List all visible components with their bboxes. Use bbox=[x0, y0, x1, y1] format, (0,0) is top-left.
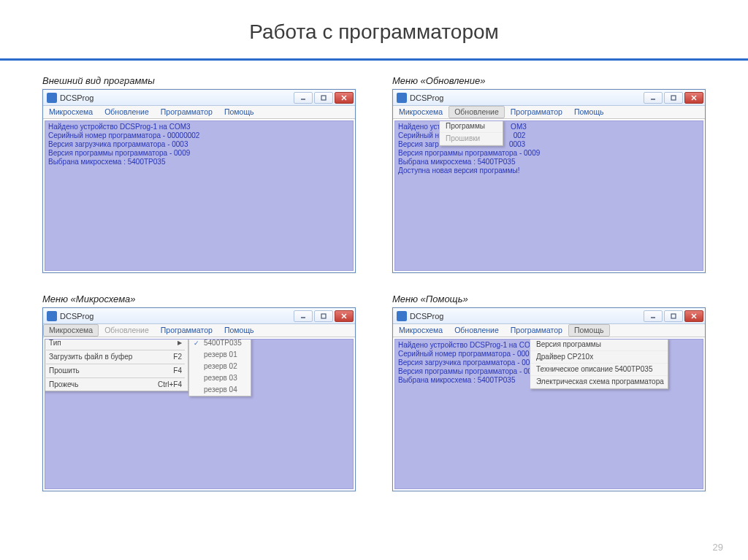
menu-microchip[interactable]: Микросхема bbox=[393, 324, 449, 337]
menu-update[interactable]: Обновление bbox=[99, 324, 155, 337]
submenu-label: резерв 03 bbox=[204, 374, 237, 383]
log-line-suffix: 002 bbox=[514, 131, 526, 140]
caption-appearance: Внешний вид программы bbox=[42, 75, 356, 86]
dropdown-label: Прошить bbox=[49, 367, 80, 375]
window-update: DCSProg Микросхема Обновление Программат… bbox=[392, 89, 706, 273]
dropdown-item-burn[interactable]: Прожечь Ctrl+F4 bbox=[45, 379, 188, 391]
maximize-button[interactable] bbox=[314, 92, 333, 104]
log-line: Выбрана микросхема : 5400ТР035 bbox=[48, 158, 350, 166]
menubar: Микросхема Обновление Программатор Помощ… bbox=[43, 106, 355, 119]
app-icon bbox=[47, 311, 57, 321]
window-help: DCSProg Микросхема Обновление Программат… bbox=[392, 307, 706, 491]
dropdown-divider bbox=[46, 364, 185, 364]
minimize-button[interactable] bbox=[294, 310, 313, 322]
maximize-button[interactable] bbox=[314, 310, 333, 322]
dropdown-item-driver[interactable]: Драйвер CP210x bbox=[530, 351, 668, 364]
menubar: Микросхема Обновление Программатор Помощ… bbox=[43, 324, 355, 337]
check-icon bbox=[194, 374, 199, 383]
menu-microchip[interactable]: Микросхема bbox=[43, 324, 99, 337]
dropdown-item-schematic[interactable]: Электрическая схема программатора bbox=[530, 376, 668, 388]
submenu-item[interactable]: резерв 02 bbox=[189, 361, 251, 372]
log-area: Найдено устOM3 Серийный но002 Версия заг… bbox=[394, 120, 703, 271]
log-line: Серийный номер программатора - 00000002 bbox=[48, 131, 350, 140]
dropdown-item-version[interactable]: Версия программы bbox=[530, 339, 668, 351]
dropdown-shortcut: Ctrl+F4 bbox=[158, 380, 182, 389]
dropdown-item-techdesc[interactable]: Техническое описание 5400ТР035 bbox=[530, 364, 668, 376]
type-submenu: ✓5400ТР035 резерв 01 резерв 02 резерв 03… bbox=[188, 339, 251, 396]
log-line: Серийный но bbox=[398, 131, 443, 140]
minimize-button[interactable] bbox=[294, 92, 313, 104]
dropdown-item-programs[interactable]: Программы bbox=[440, 120, 503, 133]
log-area: Тип ▶ Загрузить файл в буфер F2 Прошить … bbox=[45, 339, 354, 489]
maximize-button[interactable] bbox=[664, 310, 683, 322]
dropdown-item-firmware[interactable]: Прошивки bbox=[440, 133, 503, 145]
log-line: Версия программы программатора - 0009 bbox=[48, 149, 350, 158]
caption-help: Меню «Помощь» bbox=[392, 294, 706, 304]
caption-update: Меню «Обновление» bbox=[392, 75, 706, 86]
menu-microchip[interactable]: Микросхема bbox=[393, 106, 449, 118]
submenu-label: резерв 04 bbox=[204, 386, 237, 394]
log-line: Найдено устройство DCSProg-1 на COM3 bbox=[48, 123, 350, 131]
log-line: Выбрана микросхема : 5400ТР035 bbox=[398, 158, 700, 166]
menu-update[interactable]: Обновление bbox=[449, 106, 505, 118]
log-line-suffix: OM3 bbox=[511, 123, 527, 131]
submenu-item[interactable]: резерв 03 bbox=[189, 372, 251, 384]
submenu-item[interactable]: ✓5400ТР035 bbox=[189, 339, 251, 349]
dropdown-shortcut: F4 bbox=[173, 367, 182, 375]
titlebar[interactable]: DCSProg bbox=[393, 308, 705, 324]
menu-help[interactable]: Помощь bbox=[568, 106, 610, 118]
close-button[interactable] bbox=[335, 310, 354, 322]
menu-programmer[interactable]: Программатор bbox=[155, 324, 218, 337]
title-divider bbox=[0, 58, 748, 61]
check-icon bbox=[194, 386, 199, 394]
help-dropdown: Версия программы Драйвер CP210x Техничес… bbox=[530, 339, 668, 389]
minimize-button[interactable] bbox=[644, 92, 663, 104]
menu-programmer[interactable]: Программатор bbox=[155, 106, 218, 118]
maximize-button[interactable] bbox=[664, 92, 683, 104]
dropdown-divider bbox=[46, 377, 185, 378]
minimize-button[interactable] bbox=[644, 310, 663, 322]
menu-programmer[interactable]: Программатор bbox=[505, 324, 568, 337]
dropdown-item-type[interactable]: Тип ▶ bbox=[45, 339, 188, 349]
panel-help-menu: Меню «Помощь» DCSProg Микросхема Обновле… bbox=[392, 294, 706, 491]
log-line: Найдено уст bbox=[398, 123, 440, 131]
menu-programmer[interactable]: Программатор bbox=[505, 106, 568, 118]
dropdown-shortcut: F2 bbox=[173, 353, 182, 361]
menu-update[interactable]: Обновление bbox=[449, 324, 505, 337]
check-icon bbox=[194, 362, 199, 371]
close-button[interactable] bbox=[684, 92, 703, 104]
close-button[interactable] bbox=[335, 92, 354, 104]
menubar: Микросхема Обновление Программатор Помощ… bbox=[393, 106, 705, 119]
log-line-suffix: 0003 bbox=[509, 140, 525, 149]
log-line: Версия загр bbox=[398, 140, 439, 149]
submenu-item[interactable]: резерв 01 bbox=[189, 349, 251, 361]
log-line: Доступна новая версия программы! bbox=[398, 166, 700, 175]
svg-rect-9 bbox=[321, 314, 326, 318]
close-button[interactable] bbox=[684, 310, 703, 322]
dropdown-item-flash[interactable]: Прошить F4 bbox=[45, 365, 188, 377]
submenu-item[interactable]: резерв 04 bbox=[189, 384, 251, 396]
page-number: 29 bbox=[713, 542, 723, 553]
dropdown-label: Загрузить файл в буфер bbox=[49, 353, 132, 361]
svg-rect-13 bbox=[671, 314, 676, 318]
menu-help[interactable]: Помощь bbox=[218, 106, 260, 118]
window-title: DCSProg bbox=[60, 93, 294, 102]
menu-help[interactable]: Помощь bbox=[568, 324, 610, 337]
panel-microchip-menu: Меню «Микросхема» DCSProg Микросхема Обн… bbox=[42, 294, 356, 491]
menu-microchip[interactable]: Микросхема bbox=[43, 106, 99, 118]
window-title: DCSProg bbox=[410, 93, 644, 102]
titlebar[interactable]: DCSProg bbox=[43, 90, 355, 106]
log-line: Версия загрузчика программатора - 0003 bbox=[48, 140, 350, 149]
app-icon bbox=[47, 93, 57, 103]
menu-help[interactable]: Помощь bbox=[218, 324, 260, 337]
caption-microchip: Меню «Микросхема» bbox=[42, 294, 356, 304]
window-title: DCSProg bbox=[60, 312, 294, 321]
window-appearance: DCSProg Микросхема Обновление Программат… bbox=[42, 89, 356, 273]
titlebar[interactable]: DCSProg bbox=[43, 308, 355, 324]
dropdown-item-loadfile[interactable]: Загрузить файл в буфер F2 bbox=[45, 351, 188, 363]
check-icon bbox=[194, 350, 199, 359]
menu-update[interactable]: Обновление bbox=[99, 106, 155, 118]
menubar: Микросхема Обновление Программатор Помощ… bbox=[393, 324, 705, 337]
titlebar[interactable]: DCSProg bbox=[393, 90, 705, 106]
log-line: Версия программы программатора - 0009 bbox=[398, 149, 700, 158]
